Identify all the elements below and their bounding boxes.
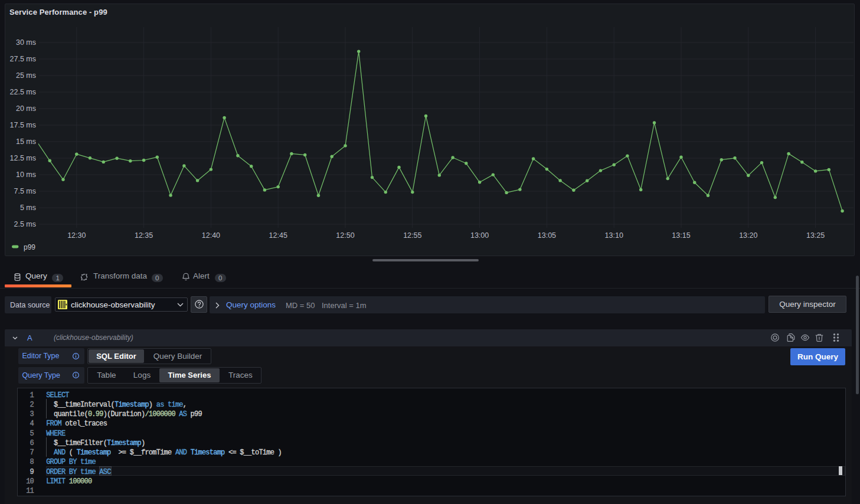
svg-text:25 ms: 25 ms xyxy=(16,71,36,80)
svg-text:5 ms: 5 ms xyxy=(20,204,36,212)
svg-text:13:10: 13:10 xyxy=(605,231,623,240)
svg-text:12:40: 12:40 xyxy=(202,231,220,240)
svg-text:10 ms: 10 ms xyxy=(16,171,36,179)
svg-text:p99: p99 xyxy=(24,243,35,251)
svg-text:12:55: 12:55 xyxy=(403,231,421,240)
svg-text:13:05: 13:05 xyxy=(538,231,556,240)
svg-text:7.5 ms: 7.5 ms xyxy=(14,187,36,195)
svg-text:27.5 ms: 27.5 ms xyxy=(10,55,36,63)
svg-text:12:35: 12:35 xyxy=(135,231,153,240)
svg-text:13:15: 13:15 xyxy=(672,231,690,240)
svg-text:12.5 ms: 12.5 ms xyxy=(10,154,36,162)
svg-text:22.5 ms: 22.5 ms xyxy=(10,88,36,96)
svg-text:12:45: 12:45 xyxy=(269,231,287,240)
svg-text:13:00: 13:00 xyxy=(470,231,489,240)
svg-text:12:30: 12:30 xyxy=(67,231,86,240)
svg-text:17.5 ms: 17.5 ms xyxy=(10,121,36,129)
svg-text:13:25: 13:25 xyxy=(806,231,825,240)
svg-text:20 ms: 20 ms xyxy=(16,104,36,113)
svg-text:12:50: 12:50 xyxy=(336,231,354,240)
svg-text:13:20: 13:20 xyxy=(739,231,757,240)
svg-text:30 ms: 30 ms xyxy=(16,38,36,47)
svg-text:15 ms: 15 ms xyxy=(16,138,36,146)
svg-text:2.5 ms: 2.5 ms xyxy=(14,220,36,228)
